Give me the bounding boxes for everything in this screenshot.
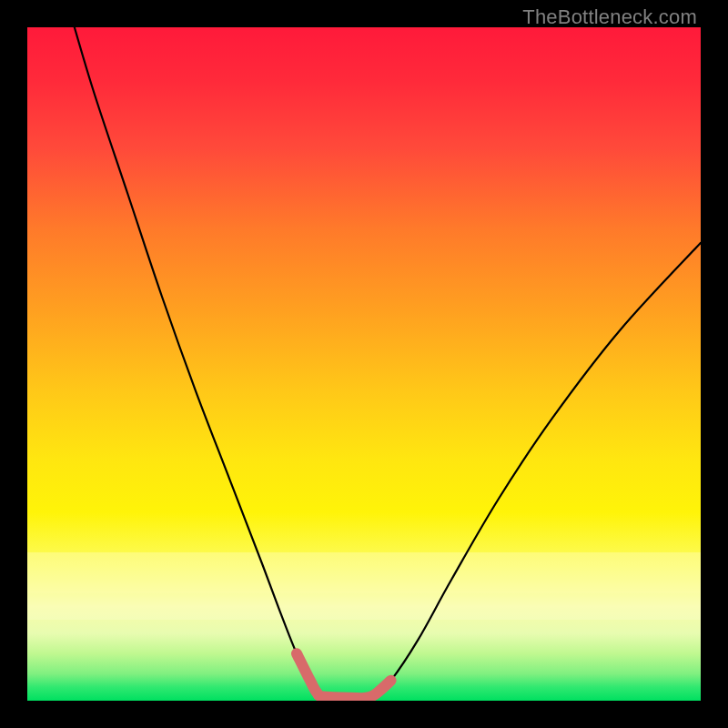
chart-frame: TheBottleneck.com <box>0 0 728 728</box>
watermark-text: TheBottleneck.com <box>522 5 697 29</box>
light-band-2 <box>27 593 701 621</box>
light-band-1 <box>27 552 701 592</box>
plot-area <box>27 27 701 701</box>
